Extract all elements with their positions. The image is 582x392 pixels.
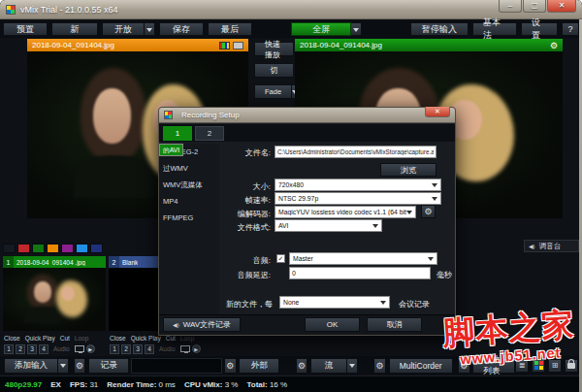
overlay-4-button[interactable]: 4 [39, 344, 48, 354]
sidebar-item-wmv[interactable]: 过WMV [159, 160, 219, 177]
quick-play-button[interactable]: 快速播放 [254, 42, 294, 56]
open-dropdown[interactable] [145, 22, 155, 36]
stream-settings-gear-button[interactable]: ⚙ [296, 358, 308, 374]
sidebar-item-avi[interactable]: 的AVI [159, 144, 183, 156]
color-swatch[interactable] [17, 244, 30, 253]
overlay-icon[interactable] [233, 42, 243, 49]
overlay-2-button[interactable]: 2 [16, 344, 25, 354]
play-icon[interactable]: ▶ [86, 344, 95, 353]
colored-grid-icon[interactable] [532, 359, 545, 373]
color-swatch[interactable] [47, 244, 59, 253]
loop-input-button[interactable]: Loop [75, 335, 88, 342]
browse-button[interactable]: 浏览 [380, 163, 436, 177]
audio-toggle[interactable]: Audio [159, 345, 176, 352]
size-select[interactable]: 720x480 [275, 179, 441, 191]
external-settings-gear-button[interactable]: ⚙ [224, 358, 237, 374]
size-label: 大小: [201, 181, 271, 192]
playlist-settings-gear-button[interactable]: ⚙ [458, 358, 470, 374]
multicorder-button[interactable]: MultiCorder [389, 358, 453, 374]
fullscreen-monitor-icon[interactable] [75, 345, 84, 352]
filename-input[interactable] [275, 146, 436, 158]
overlay-3-button[interactable]: 3 [27, 344, 37, 354]
input-1-video[interactable] [3, 268, 106, 331]
last-button[interactable]: 最后 [208, 22, 252, 36]
quick-play-input-button[interactable]: Quick Play [131, 335, 161, 342]
cut-button[interactable]: 切 [254, 63, 294, 78]
record-settings-gear-button[interactable]: ⚙ [74, 358, 86, 374]
codec-config-gear-button[interactable]: ⚙ [421, 205, 436, 218]
format-label: 文件格式: [201, 222, 271, 233]
audio-checkbox[interactable]: ✓ [276, 254, 285, 263]
preview-titlebar: 2018-09-04_091404.jpg [27, 39, 248, 51]
play-icon[interactable]: ▶ [192, 344, 201, 353]
chevron-down-icon [432, 197, 437, 204]
framerate-select[interactable]: NTSC 29.97p [275, 192, 441, 205]
overlay-1-button[interactable]: 1 [4, 344, 14, 354]
fade-button[interactable]: Fade [254, 84, 292, 99]
audio-mixer-bar[interactable]: ◀) 调音台 [524, 240, 579, 252]
fullscreen-button[interactable]: 全屏 [291, 22, 351, 36]
chevron-down-icon [380, 301, 386, 308]
close-input-button[interactable]: Close [110, 335, 126, 342]
minimize-button[interactable]: – [499, 0, 522, 13]
settings-button[interactable]: 设置 [521, 22, 558, 36]
basic-button[interactable]: 基本法 [472, 22, 517, 36]
help-button[interactable]: ? [562, 22, 579, 36]
tab-2[interactable]: 2 [195, 126, 224, 141]
color-swatch[interactable] [90, 244, 103, 253]
save-button[interactable]: 保存 [159, 22, 204, 36]
preset-button[interactable]: 预置 [3, 22, 48, 36]
list-view-icon[interactable]: ≣ [515, 359, 529, 373]
audio-delay-input[interactable] [289, 267, 431, 279]
add-input-dropdown[interactable] [58, 358, 69, 374]
stream-button[interactable]: 流 [310, 358, 347, 374]
cancel-button[interactable]: 取消 [367, 317, 422, 332]
fullscreen-dropdown[interactable] [351, 22, 362, 36]
preview-title: 2018-09-04_091404.jpg [32, 41, 114, 49]
color-swatch[interactable] [61, 244, 74, 253]
tab-1[interactable]: 1 [163, 126, 192, 141]
color-swatch[interactable] [32, 244, 45, 253]
chevron-down-icon [406, 211, 412, 217]
playlist-button[interactable]: 播放列表 [472, 358, 515, 374]
format-select[interactable]: AVI [275, 219, 382, 232]
fullscreen-monitor-icon[interactable] [180, 345, 190, 352]
grid-view-icon[interactable]: ⊞ [548, 359, 562, 373]
close-button[interactable]: ✕ [547, 0, 576, 13]
lock-icon[interactable] [565, 359, 578, 373]
input-1-overlay-row: 1 2 3 4 Audio ▶ [4, 343, 95, 354]
codec-select[interactable]: MagicYUV lossless video codec v1.1 (64 b… [275, 206, 416, 218]
wav-record-button[interactable]: ◀) WAV文件记录 [163, 317, 241, 332]
ok-button[interactable]: OK [305, 317, 360, 332]
overlay-3-button[interactable]: 3 [133, 344, 143, 354]
dialog-close-button[interactable]: ✕ [425, 107, 450, 117]
overlay-2-button[interactable]: 2 [121, 344, 131, 354]
quick-play-input-button[interactable]: Quick Play [25, 335, 55, 342]
input-2-overlay-row: 1 2 3 4 Audio ▶ [110, 343, 201, 354]
gear-icon[interactable]: ⚙ [550, 41, 558, 50]
new-button[interactable]: 新 [51, 22, 98, 36]
wav-record-label: WAV文件记录 [183, 319, 231, 330]
color-swatch[interactable] [3, 244, 16, 253]
framerate-value: NTSC 29.97p [278, 195, 318, 202]
pause-input-button[interactable]: 暂停输入 [410, 22, 469, 36]
record-button[interactable]: 记录 [88, 358, 129, 374]
add-input-button[interactable]: 添加输入 [4, 358, 58, 374]
multicorder-settings-gear-button[interactable]: ⚙ [373, 358, 386, 374]
close-input-button[interactable]: Close [4, 335, 20, 342]
colorbars-icon[interactable] [219, 42, 230, 49]
audio-select[interactable]: Master [289, 252, 437, 265]
open-button[interactable]: 开放 [102, 22, 145, 36]
chevron-down-icon [146, 28, 152, 35]
cut-input-button[interactable]: Cut [60, 335, 70, 342]
stream-dropdown[interactable] [347, 358, 358, 374]
overlay-4-button[interactable]: 4 [145, 344, 154, 354]
newfile-select[interactable]: None [279, 296, 390, 309]
audio-toggle[interactable]: Audio [53, 345, 70, 352]
color-swatch[interactable] [76, 244, 88, 253]
maximize-button[interactable]: ▢ [523, 0, 546, 13]
vmix-window: vMix Trial - 21.0.0.55 x64 – ▢ ✕ 预置 新 开放… [0, 0, 582, 392]
input-thumbnail-1[interactable]: 1 2018-09-04_091404 .jpg [3, 256, 106, 331]
external-button[interactable]: 外部 [239, 358, 279, 374]
overlay-1-button[interactable]: 1 [110, 344, 119, 354]
